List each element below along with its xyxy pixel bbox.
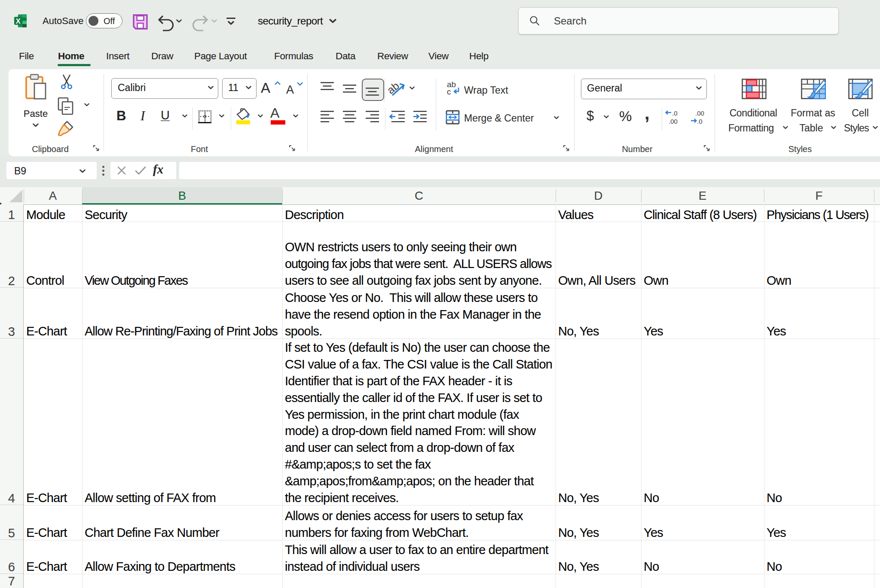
svg-text:c: c [447,87,451,96]
svg-text:.00: .00 [695,110,704,117]
svg-text:.0: .0 [672,110,678,117]
svg-text:.00: .00 [669,118,678,125]
svg-text:.0: .0 [697,118,703,125]
svg-text:X: X [16,17,21,25]
